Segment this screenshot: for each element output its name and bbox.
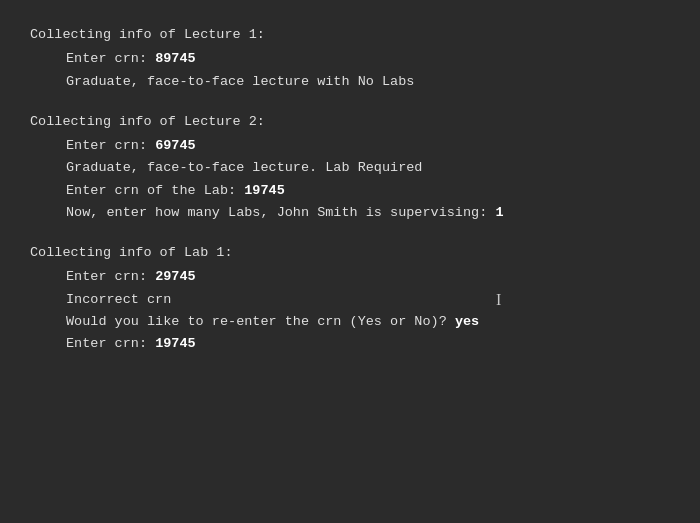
lecture2-type-label: Graduate, face-to-face lecture. Lab Requ… (66, 160, 422, 175)
lecture1-crn-value: 89745 (155, 51, 196, 66)
lecture1-type-label: Graduate, face-to-face lecture with No L… (66, 74, 414, 89)
lecture2-crn-label: Enter crn: (66, 138, 155, 153)
lecture1-line2: Graduate, face-to-face lecture with No L… (66, 71, 670, 93)
lab1-line1: Enter crn: 29745 (66, 266, 670, 288)
lecture2-labs-count-label: Now, enter how many Labs, John Smith is … (66, 205, 495, 220)
lecture2-lab-crn-label: Enter crn of the Lab: (66, 183, 244, 198)
lecture1-header-text: Collecting info of Lecture 1: (30, 27, 265, 42)
lab1-reenter-value: yes (455, 314, 479, 329)
lecture2-lines: Enter crn: 69745 I Graduate, face-to-fac… (30, 135, 670, 224)
lab1-line4: Enter crn: 19745 (66, 333, 670, 355)
text-cursor-icon: I (496, 287, 501, 313)
section-lecture1: Collecting info of Lecture 1: Enter crn:… (30, 24, 670, 93)
lab1-new-crn-label: Enter crn: (66, 336, 155, 351)
lab1-header: Collecting info of Lab 1: (30, 242, 670, 264)
lecture2-line3: Enter crn of the Lab: 19745 (66, 180, 670, 202)
section-lab1: Collecting info of Lab 1: Enter crn: 297… (30, 242, 670, 355)
lab1-crn-value: 29745 (155, 269, 196, 284)
lecture2-lab-crn-value: 19745 (244, 183, 285, 198)
lecture2-line4: Now, enter how many Labs, John Smith is … (66, 202, 670, 224)
lab1-line2: Incorrect crn (66, 289, 670, 311)
lecture2-crn-value: 69745 (155, 138, 196, 153)
lecture1-header: Collecting info of Lecture 1: (30, 24, 670, 46)
lab1-new-crn-value: 19745 (155, 336, 196, 351)
lab1-header-text: Collecting info of Lab 1: (30, 245, 233, 260)
terminal-window: Collecting info of Lecture 1: Enter crn:… (0, 0, 700, 523)
lecture2-header-text: Collecting info of Lecture 2: (30, 114, 265, 129)
lab1-lines: Enter crn: 29745 Incorrect crn Would you… (30, 266, 670, 355)
lecture2-line1: Enter crn: 69745 I (66, 135, 670, 157)
lecture1-line1: Enter crn: 89745 (66, 48, 670, 70)
lecture1-lines: Enter crn: 89745 Graduate, face-to-face … (30, 48, 670, 93)
lecture2-line2: Graduate, face-to-face lecture. Lab Requ… (66, 157, 670, 179)
lab1-crn-label: Enter crn: (66, 269, 155, 284)
lab1-line3: Would you like to re-enter the crn (Yes … (66, 311, 670, 333)
lab1-incorrect-label: Incorrect crn (66, 292, 171, 307)
lecture1-crn-label: Enter crn: (66, 51, 155, 66)
lab1-reenter-label: Would you like to re-enter the crn (Yes … (66, 314, 455, 329)
section-lecture2: Collecting info of Lecture 2: Enter crn:… (30, 111, 670, 224)
lecture2-labs-count-value: 1 (495, 205, 503, 220)
lecture2-header: Collecting info of Lecture 2: (30, 111, 670, 133)
